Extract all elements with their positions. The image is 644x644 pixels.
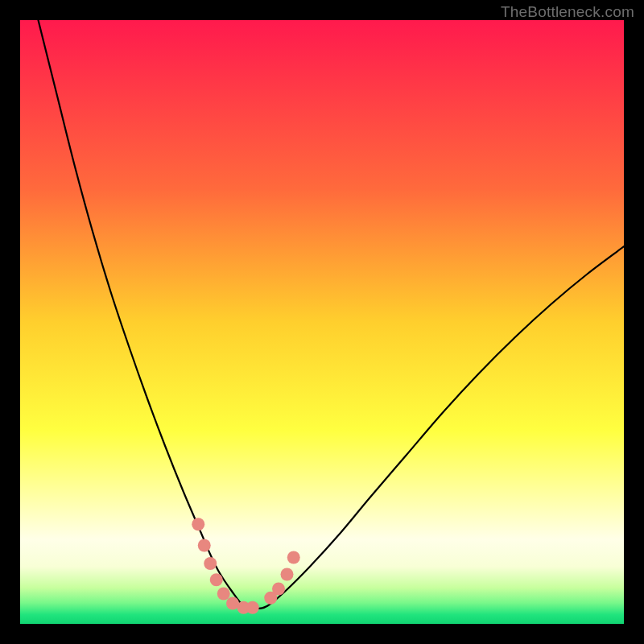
bottleneck-curve-layer [20,20,624,624]
chart-stage: TheBottleneck.com [0,0,644,644]
highlight-dot [204,557,217,570]
bottleneck-curve [39,20,625,609]
highlight-dot [272,583,285,596]
highlight-markers [192,518,300,614]
highlight-dot [217,588,230,601]
highlight-dot [192,518,204,530]
highlight-dot [246,601,259,614]
highlight-dot [287,551,300,564]
plot-area [20,20,624,624]
highlight-dot [210,573,223,586]
watermark-text: TheBottleneck.com [501,3,634,21]
highlight-dot [198,539,211,552]
highlight-dot [281,568,294,581]
